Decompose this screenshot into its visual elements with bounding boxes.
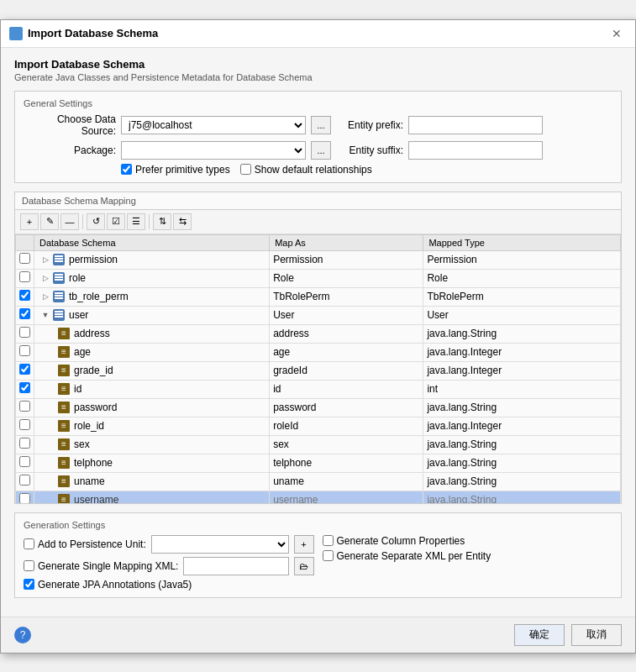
table-row[interactable]: ▷permissionPermissionPermission xyxy=(16,250,621,269)
table-row[interactable]: ≡ididint xyxy=(16,380,621,398)
datasource-select[interactable]: j75@localhost xyxy=(121,116,306,134)
prefer-primitive-checkbox[interactable]: Prefer primitive types xyxy=(121,164,230,176)
row-checkbox-cell[interactable] xyxy=(16,287,34,306)
expand-icon[interactable]: ▷ xyxy=(39,255,51,264)
row-checkbox-cell[interactable] xyxy=(16,435,34,454)
remove-button[interactable]: — xyxy=(60,213,79,230)
row-checkbox-cell[interactable] xyxy=(16,361,34,380)
table-row[interactable]: ≡sexsexjava.lang.String xyxy=(16,435,621,454)
datasource-browse-button[interactable]: ... xyxy=(311,116,331,134)
single-mapping-browse[interactable]: 🗁 xyxy=(294,557,314,575)
table-row[interactable]: ≡telphonetelphonejava.lang.String xyxy=(16,454,621,472)
column-icon: ≡ xyxy=(58,457,70,469)
row-name-text: sex xyxy=(74,438,90,450)
gen-column-checkbox[interactable]: Generate Column Properties xyxy=(323,535,465,547)
row-mapas-cell: Role xyxy=(270,269,423,287)
mapping-section-label: Database Schema Mapping xyxy=(15,192,621,210)
row-checkbox-cell[interactable] xyxy=(16,454,34,472)
expand-icon[interactable]: ▼ xyxy=(39,311,51,319)
row-mapas-cell: sex xyxy=(270,435,423,454)
row-checkbox-cell[interactable] xyxy=(16,398,34,417)
col-db-schema: Database Schema xyxy=(34,234,270,250)
show-default-rel-checkbox[interactable]: Show default relationships xyxy=(240,164,372,176)
jpa-annotations-row: Generate JPA Annotations (Java5) xyxy=(24,579,314,591)
row-mapas-cell: id xyxy=(270,380,423,398)
check-button[interactable]: ☑ xyxy=(107,213,125,230)
datasource-label: Choose Data Source: xyxy=(24,113,116,137)
single-mapping-checkbox[interactable]: Generate Single Mapping XML: xyxy=(24,560,178,572)
gen-separate-checkbox[interactable]: Generate Separate XML per Entity xyxy=(323,550,491,562)
row-checkbox-cell[interactable] xyxy=(16,269,34,287)
row-checkbox-cell[interactable] xyxy=(16,324,34,343)
row-mapas-cell: age xyxy=(270,343,423,361)
table-row[interactable]: ▷tb_role_permTbRolePermTbRolePerm xyxy=(16,287,621,306)
entity-prefix-group: Entity prefix: xyxy=(336,116,543,134)
expand-icon[interactable]: ▷ xyxy=(39,292,51,301)
row-type-cell: java.lang.String xyxy=(423,472,621,491)
column-icon: ≡ xyxy=(58,383,70,395)
row-checkbox-cell[interactable] xyxy=(16,306,34,324)
package-browse-button[interactable]: ... xyxy=(311,141,331,160)
expand-icon[interactable]: ▷ xyxy=(39,274,51,282)
gen-column-row: Generate Column Properties xyxy=(323,535,613,547)
entity-suffix-group: Entity suffix: xyxy=(336,141,543,160)
jpa-annotations-label: Generate JPA Annotations (Java5) xyxy=(38,579,192,591)
table-icon xyxy=(53,291,65,302)
add-button[interactable]: + xyxy=(20,213,39,230)
row-mapas-cell: TbRolePerm xyxy=(270,287,423,306)
refresh-button[interactable]: ↺ xyxy=(87,213,105,230)
entity-prefix-input[interactable] xyxy=(408,116,543,134)
row-mapas-cell: gradeId xyxy=(270,361,423,380)
table-row[interactable]: ≡passwordpasswordjava.lang.String xyxy=(16,398,621,417)
package-label: Package: xyxy=(24,144,116,156)
table-row[interactable]: ≡usernameusernamejava.lang.String xyxy=(16,491,621,503)
row-type-cell: java.lang.Integer xyxy=(423,417,621,435)
row-name-text: id xyxy=(74,383,81,395)
col-mapped-type: Mapped Type xyxy=(423,234,621,250)
row-checkbox-cell[interactable] xyxy=(16,417,34,435)
table-header-row: Database Schema Map As Mapped Type xyxy=(16,234,621,250)
row-checkbox-cell[interactable] xyxy=(16,343,34,361)
row-checkbox-cell[interactable] xyxy=(16,491,34,503)
jpa-annotations-checkbox[interactable]: Generate JPA Annotations (Java5) xyxy=(24,579,192,591)
row-name-cell: ▷permission xyxy=(34,250,270,269)
dialog-title: Import Database Schema xyxy=(28,27,158,39)
package-select[interactable] xyxy=(121,141,306,160)
single-mapping-input[interactable] xyxy=(183,557,288,575)
table-row[interactable]: ≡unameunamejava.lang.String xyxy=(16,472,621,491)
table-row[interactable]: ≡ageagejava.lang.Integer xyxy=(16,343,621,361)
sort-down-button[interactable]: ⇆ xyxy=(173,213,192,230)
add-persistence-label: Add to Persistence Unit: xyxy=(38,538,146,550)
persistence-add-button[interactable]: + xyxy=(294,535,314,554)
row-checkbox-cell[interactable] xyxy=(16,472,34,491)
table-row[interactable]: ≡grade_idgradeIdjava.lang.Integer xyxy=(16,361,621,380)
row-name-cell: ≡telphone xyxy=(34,454,270,472)
row-name-text: role xyxy=(69,272,86,284)
table-row[interactable]: ▷roleRoleRole xyxy=(16,269,621,287)
table-row[interactable]: ▼userUserUser xyxy=(16,306,621,324)
row-name-text: uname xyxy=(74,475,105,487)
row-mapas-cell: password xyxy=(270,398,423,417)
row-checkbox-cell[interactable] xyxy=(16,380,34,398)
confirm-button[interactable]: 确定 xyxy=(514,624,565,646)
row-mapas-cell: uname xyxy=(270,472,423,491)
row-name-text: address xyxy=(74,328,110,339)
entity-suffix-input[interactable] xyxy=(408,141,543,160)
close-button[interactable]: ✕ xyxy=(607,25,627,42)
sort-up-button[interactable]: ⇅ xyxy=(153,213,171,230)
table-row[interactable]: ≡addressaddressjava.lang.String xyxy=(16,324,621,343)
table-row[interactable]: ≡role_idroleIdjava.lang.Integer xyxy=(16,417,621,435)
row-name-cell: ≡address xyxy=(34,324,270,343)
help-button[interactable]: ? xyxy=(14,627,31,643)
row-name-cell: ▷tb_role_perm xyxy=(34,287,270,306)
add-persistence-row: Add to Persistence Unit: + xyxy=(24,535,314,554)
row-name-cell: ≡grade_id xyxy=(34,361,270,380)
prefer-primitive-label: Prefer primitive types xyxy=(135,164,230,176)
row-name-cell: ≡username xyxy=(34,491,270,503)
cancel-button[interactable]: 取消 xyxy=(571,624,622,646)
list-button[interactable]: ☰ xyxy=(127,213,145,230)
add-persistence-checkbox[interactable]: Add to Persistence Unit: xyxy=(24,538,146,550)
edit-button[interactable]: ✎ xyxy=(40,213,59,230)
row-checkbox-cell[interactable] xyxy=(16,250,34,269)
persistence-select[interactable] xyxy=(151,535,289,554)
